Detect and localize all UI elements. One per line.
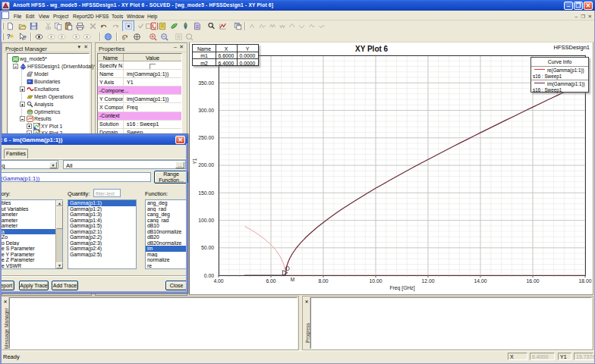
svg-text:M: M <box>291 277 294 282</box>
svg-text:?: ? <box>7 33 11 40</box>
svg-text:?: ? <box>24 35 27 40</box>
